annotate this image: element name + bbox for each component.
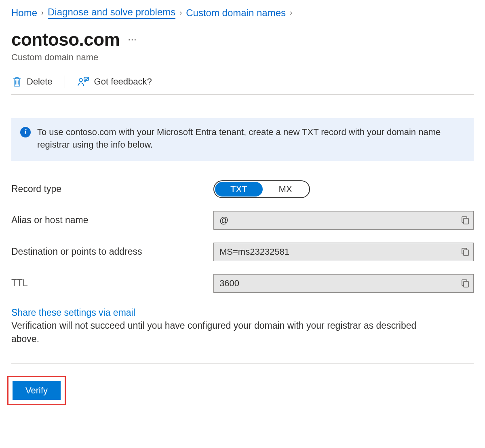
svg-rect-9 xyxy=(464,281,468,287)
info-icon: i xyxy=(20,127,31,137)
destination-input[interactable] xyxy=(214,247,457,257)
copy-icon xyxy=(461,279,469,288)
breadcrumb-home[interactable]: Home xyxy=(11,7,37,19)
toolbar-divider xyxy=(65,76,65,88)
copy-ttl-button[interactable] xyxy=(457,275,473,292)
alias-input[interactable] xyxy=(214,215,457,226)
footer-divider xyxy=(11,363,474,364)
delete-button[interactable]: Delete xyxy=(11,75,53,89)
alias-field xyxy=(213,211,474,230)
feedback-label: Got feedback? xyxy=(94,76,152,87)
svg-rect-8 xyxy=(464,250,468,256)
destination-field xyxy=(213,243,474,261)
verification-note: Verification will not succeed until you … xyxy=(11,319,440,346)
trash-icon xyxy=(12,76,22,87)
info-banner: i To use contoso.com with your Microsoft… xyxy=(11,118,474,161)
feedback-icon xyxy=(77,76,89,87)
command-bar: Delete Got feedback? xyxy=(11,75,474,95)
feedback-button[interactable]: Got feedback? xyxy=(76,75,153,89)
verify-button[interactable]: Verify xyxy=(13,381,61,400)
verify-highlight: Verify xyxy=(7,376,66,405)
breadcrumb-custom-domains[interactable]: Custom domain names xyxy=(186,7,286,19)
page-subtitle: Custom domain name xyxy=(11,52,474,63)
share-via-email-link[interactable]: Share these settings via email xyxy=(11,307,135,318)
svg-rect-6 xyxy=(84,77,89,80)
breadcrumb: Home › Diagnose and solve problems › Cus… xyxy=(11,6,474,19)
breadcrumb-diagnose[interactable]: Diagnose and solve problems xyxy=(48,6,175,19)
info-text: To use contoso.com with your Microsoft E… xyxy=(37,126,465,151)
ttl-input[interactable] xyxy=(214,278,457,289)
ttl-label: TTL xyxy=(11,278,213,289)
copy-destination-button[interactable] xyxy=(457,243,473,261)
record-type-toggle: TXT MX xyxy=(213,180,310,198)
dns-record-form: Record type TXT MX Alias or host name xyxy=(11,180,474,293)
page-title: contoso.com xyxy=(11,30,120,50)
more-actions-button[interactable]: ⋯ xyxy=(128,34,137,45)
svg-rect-7 xyxy=(464,218,468,224)
copy-icon xyxy=(461,247,469,256)
destination-label: Destination or points to address xyxy=(11,246,213,257)
svg-point-5 xyxy=(79,78,82,82)
chevron-right-icon: › xyxy=(41,8,44,17)
chevron-right-icon: › xyxy=(290,8,292,17)
ttl-field xyxy=(213,274,474,293)
record-type-mx[interactable]: MX xyxy=(263,182,308,197)
copy-alias-button[interactable] xyxy=(457,211,473,229)
alias-label: Alias or host name xyxy=(11,215,213,226)
copy-icon xyxy=(461,216,469,225)
record-type-txt[interactable]: TXT xyxy=(215,182,263,197)
chevron-right-icon: › xyxy=(179,8,182,17)
delete-label: Delete xyxy=(27,76,53,87)
record-type-label: Record type xyxy=(11,184,213,194)
